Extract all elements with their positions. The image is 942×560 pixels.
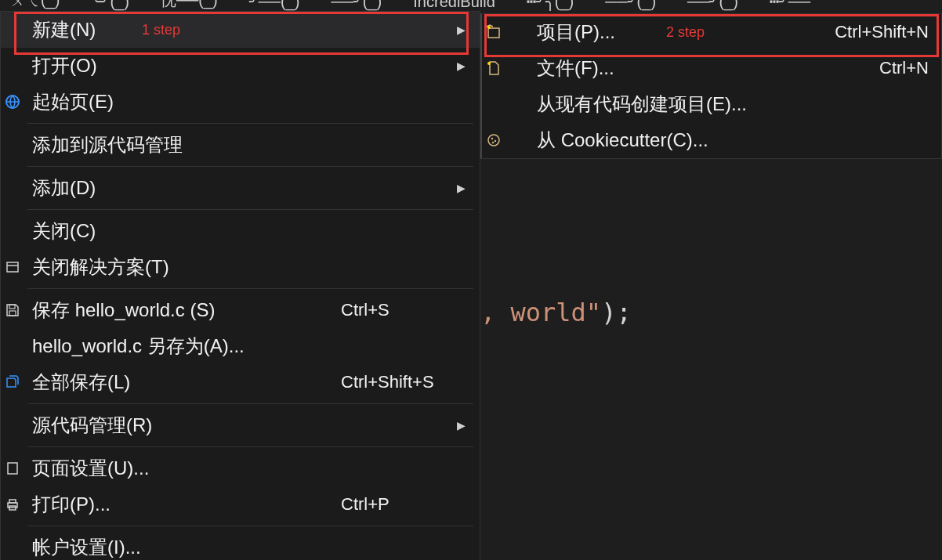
menu-label: 页面设置(U)... xyxy=(32,456,149,481)
chevron-right-icon: ▶ xyxy=(457,182,466,194)
menu-item-account-settings[interactable]: 帐户设置(I)... xyxy=(1,529,480,560)
menu-label: 保存 hello_world.c (S) xyxy=(32,298,215,323)
menu-item-source-control[interactable]: 源代码管理(R) ▶ xyxy=(1,407,480,443)
menu-item-add[interactable]: 添加(D) ▶ xyxy=(1,170,480,206)
menu-label: 从现有代码创建项目(E)... xyxy=(537,92,747,117)
menu-item-add-to-scc[interactable]: 添加到源代码管理 xyxy=(1,127,480,163)
file-menu: 新建(N) 1 step ▶ 打开(O) ▶ 起始页(E) 添加到源代码管理 添… xyxy=(0,11,480,560)
menu-label: 源代码管理(R) xyxy=(32,413,152,438)
svg-point-14 xyxy=(495,140,496,142)
code-string: , world" xyxy=(480,298,601,327)
menu-label: 起始页(E) xyxy=(32,89,114,114)
menu-shortcut: Ctrl+Shift+N xyxy=(835,22,929,42)
new-submenu: 项目(P)... 2 step Ctrl+Shift+N 文件(F)... Ct… xyxy=(480,13,942,159)
chevron-right-icon: ▶ xyxy=(457,419,466,432)
save-icon xyxy=(3,301,22,320)
menu-shortcut: Ctrl+Shift+S xyxy=(341,372,434,392)
menu-label: 项目(P)... xyxy=(537,20,615,45)
chevron-right-icon: ▶ xyxy=(457,23,466,36)
menu-separator xyxy=(27,123,473,124)
menubar-item[interactable]: ╯──(_) xyxy=(249,0,300,11)
menu-item-open[interactable]: 打开(O) ▶ xyxy=(1,48,480,84)
svg-rect-5 xyxy=(8,463,17,474)
menu-label: 关闭解决方案(T) xyxy=(32,255,169,280)
menu-shortcut: Ctrl+S xyxy=(341,300,389,320)
menubar-item[interactable]: ──╯(_) xyxy=(605,0,656,11)
menu-separator xyxy=(27,166,473,167)
svg-point-15 xyxy=(492,142,494,143)
menu-label: 打印(P)... xyxy=(32,492,111,517)
menu-item-close[interactable]: 关闭(C) xyxy=(1,213,480,249)
svg-rect-7 xyxy=(9,500,16,503)
svg-rect-9 xyxy=(488,28,499,38)
start-page-icon xyxy=(3,92,22,111)
menu-label: 关闭(C) xyxy=(32,219,96,244)
new-file-icon xyxy=(484,59,503,78)
menu-label: 从 Cookiecutter(C)... xyxy=(537,128,708,153)
menu-item-save-as[interactable]: hello_world.c 另存为(A)... xyxy=(1,328,480,364)
menu-separator xyxy=(27,403,473,404)
menubar-item[interactable]: ㄨㄟ(_) xyxy=(9,0,60,11)
submenu-item-cookiecutter[interactable]: 从 Cookiecutter(C)... xyxy=(482,122,941,158)
menubar-item[interactable]: ──╯(_) xyxy=(332,0,382,11)
chevron-right-icon: ▶ xyxy=(457,60,466,72)
menu-item-page-setup[interactable]: 页面设置(U)... xyxy=(1,450,480,486)
menu-label: 打开(O) xyxy=(32,53,97,78)
menubar-item[interactable]: ──╯(_) xyxy=(687,0,738,11)
menu-shortcut: Ctrl+P xyxy=(341,494,389,515)
cookiecutter-icon xyxy=(484,131,503,150)
menu-item-close-solution[interactable]: 关闭解决方案(T) xyxy=(1,249,480,285)
menu-label: 添加到源代码管理 xyxy=(32,132,183,157)
menu-item-save[interactable]: 保存 hello_world.c (S) Ctrl+S xyxy=(1,292,480,328)
menu-label: 文件(F)... xyxy=(537,56,614,81)
new-project-icon xyxy=(484,23,503,42)
submenu-item-from-existing[interactable]: 从现有代码创建项目(E)... xyxy=(482,86,941,122)
svg-point-13 xyxy=(491,138,493,139)
submenu-item-file[interactable]: 文件(F)... Ctrl+N xyxy=(482,50,941,86)
menu-separator xyxy=(27,288,473,289)
menu-separator xyxy=(27,446,473,447)
menu-label: 新建(N) xyxy=(32,17,96,42)
print-icon xyxy=(3,495,22,514)
menu-label: 帐户设置(I)... xyxy=(32,535,141,560)
menubar-item[interactable]: ╰╯(_) xyxy=(91,0,129,11)
menubar-item[interactable]: ┅╯── xyxy=(770,0,810,11)
menu-shortcut: Ctrl+N xyxy=(879,58,929,78)
close-solution-icon xyxy=(3,258,22,276)
step-annotation-2: 2 step xyxy=(666,24,705,41)
menubar: ㄨㄟ(_) ╰╯(_) 忱──(_) ╯──(_) ──╯(_) Incredi… xyxy=(0,0,942,11)
menu-item-save-all[interactable]: 全部保存(L) Ctrl+Shift+S xyxy=(1,364,480,400)
menubar-item[interactable]: IncrediBuild xyxy=(413,0,495,11)
menu-item-new[interactable]: 新建(N) 1 step ▶ xyxy=(1,12,480,48)
submenu-item-project[interactable]: 项目(P)... 2 step Ctrl+Shift+N xyxy=(482,14,941,50)
menubar-item[interactable]: ┅╯╮(_) xyxy=(527,0,574,11)
menu-item-print[interactable]: 打印(P)... Ctrl+P xyxy=(1,486,480,522)
svg-rect-4 xyxy=(9,311,16,316)
page-setup-icon xyxy=(3,459,22,478)
step-annotation-1: 1 step xyxy=(142,22,180,38)
svg-point-11 xyxy=(487,62,491,65)
code-punct: ); xyxy=(601,298,632,327)
menu-item-start-page[interactable]: 起始页(E) xyxy=(1,84,480,120)
menu-separator xyxy=(27,526,473,526)
menubar-item[interactable]: 忱──(_) xyxy=(161,0,218,11)
svg-point-10 xyxy=(487,26,491,29)
svg-rect-1 xyxy=(7,262,18,272)
menu-separator xyxy=(27,209,473,210)
save-all-icon xyxy=(3,373,22,392)
menu-label: 添加(D) xyxy=(32,175,96,201)
menu-label: hello_world.c 另存为(A)... xyxy=(32,334,245,359)
svg-point-12 xyxy=(488,135,499,146)
menu-label: 全部保存(L) xyxy=(32,370,130,395)
